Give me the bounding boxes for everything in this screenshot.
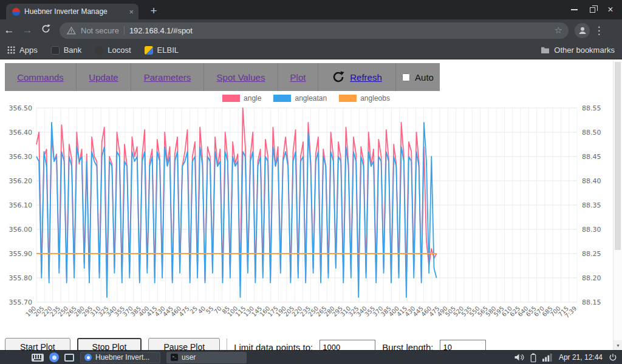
- nav-plot[interactable]: Plot: [278, 63, 318, 91]
- network-signal-icon[interactable]: [542, 353, 553, 362]
- nav-refresh[interactable]: Refresh: [318, 63, 396, 91]
- browser-launcher-icon[interactable]: [49, 352, 59, 362]
- bookmark-elbil[interactable]: ELBIL: [145, 46, 179, 55]
- power-icon[interactable]: [609, 353, 617, 362]
- browser-toolbar: ← → Not secure 192.168.4.1/#spot ☆: [0, 19, 622, 41]
- close-button[interactable]: ×: [601, 0, 620, 19]
- legend-label: angle: [244, 94, 261, 103]
- nav-parameters-link[interactable]: Parameters: [144, 72, 191, 83]
- nav-spot-values[interactable]: Spot Values: [204, 63, 278, 91]
- y-right-tick-label: 88.15: [582, 298, 601, 306]
- bookmark-label: ELBIL: [157, 46, 179, 55]
- not-secure-warning-icon: [67, 26, 76, 35]
- y-left-tick-label: 356.20: [9, 177, 33, 185]
- terminal-icon: >_: [171, 354, 178, 361]
- legend-item-angle[interactable]: angle: [222, 94, 261, 103]
- tab-close-icon[interactable]: ×: [129, 8, 134, 16]
- start-plot-button[interactable]: Start Plot: [5, 338, 70, 350]
- legend-item-angleobs[interactable]: angleobs: [339, 94, 390, 103]
- minimize-button[interactable]: [565, 0, 583, 19]
- spot-values-chart[interactable]: 1902052202352502652802953103253403553703…: [0, 104, 612, 335]
- nav-spot-values-link[interactable]: Spot Values: [217, 72, 265, 83]
- browser-menu-icon[interactable]: ⋮: [591, 24, 607, 37]
- legend-label: angleobs: [360, 94, 390, 103]
- profile-avatar[interactable]: [575, 23, 590, 38]
- nav-plot-link[interactable]: Plot: [290, 72, 306, 83]
- y-left-tick-label: 355.70: [9, 298, 33, 306]
- series-angleatan: [36, 123, 437, 297]
- taskbar-window-label: user: [182, 353, 196, 362]
- nav-commands-link[interactable]: Commands: [17, 72, 64, 83]
- bookmark-bank[interactable]: Bank: [51, 46, 82, 55]
- controls-divider: [227, 339, 227, 350]
- bookmark-star-icon[interactable]: ☆: [555, 25, 562, 36]
- battery-icon[interactable]: [530, 353, 536, 362]
- browser-tab[interactable]: Huebner Inverter Manage ×: [6, 4, 138, 19]
- y-right-tick-label: 88.35: [582, 201, 601, 209]
- bookmark-label: Bank: [64, 46, 82, 55]
- system-tray: Apr 21, 12:44: [514, 353, 617, 362]
- person-icon: [577, 25, 588, 36]
- chart-legend: angleangleatanangleobs: [0, 94, 612, 103]
- bookmark-locost[interactable]: Locost: [95, 46, 131, 55]
- restore-icon: [590, 7, 595, 13]
- y-right-tick-label: 88.50: [582, 129, 601, 136]
- bookmarks-bar: Apps Bank Locost ELBIL Other bookmarks: [0, 41, 622, 59]
- y-right-tick-label: 88.20: [582, 274, 601, 282]
- taskbar-launchers: [32, 352, 74, 362]
- nav-auto: Auto: [396, 63, 440, 91]
- y-left-tick-label: 356.30: [9, 153, 33, 161]
- minimize-icon: [571, 9, 578, 10]
- scrollbar-down-arrow[interactable]: ▼: [613, 340, 622, 350]
- other-bookmarks-label: Other bookmarks: [554, 46, 615, 55]
- refresh-icon[interactable]: [332, 70, 345, 84]
- plot-controls: Start Plot Stop Plot Pause Plot Limit da…: [5, 338, 486, 350]
- terminal-launcher-icon[interactable]: [64, 354, 74, 362]
- taskbar-clock[interactable]: Apr 21, 12:44: [559, 353, 603, 362]
- forward-button[interactable]: →: [18, 24, 36, 36]
- nav-commands[interactable]: Commands: [5, 63, 77, 91]
- y-left-tick-label: 356.50: [9, 104, 33, 112]
- taskbar-window-terminal[interactable]: >_ user: [166, 352, 247, 363]
- y-right-tick-label: 88.30: [582, 226, 601, 234]
- stop-plot-button[interactable]: Stop Plot: [77, 338, 142, 350]
- y-left-tick-label: 356.00: [9, 226, 33, 234]
- reload-button[interactable]: [36, 24, 55, 37]
- volume-icon[interactable]: [514, 353, 524, 362]
- back-button[interactable]: ←: [0, 24, 18, 36]
- legend-item-angleatan[interactable]: angleatan: [273, 94, 327, 103]
- nav-update-link[interactable]: Update: [89, 72, 118, 83]
- refresh-link[interactable]: Refresh: [350, 72, 382, 83]
- window-controls: ×: [565, 0, 620, 19]
- elbil-bookmark-icon: [145, 46, 153, 55]
- nav-parameters[interactable]: Parameters: [131, 63, 204, 91]
- page-scrollbar[interactable]: ▼: [613, 59, 622, 350]
- auto-checkbox[interactable]: [402, 73, 410, 81]
- tab-title: Huebner Inverter Manage: [24, 7, 125, 16]
- new-tab-button[interactable]: +: [146, 3, 162, 19]
- bank-bookmark-icon: [51, 46, 60, 55]
- tab-favicon-icon: [12, 8, 20, 16]
- legend-label: angleatan: [295, 94, 327, 103]
- locost-bookmark-icon: [95, 46, 103, 55]
- apps-button[interactable]: Apps: [7, 46, 38, 55]
- scrollbar-thumb[interactable]: [615, 62, 621, 250]
- other-bookmarks-button[interactable]: Other bookmarks: [541, 46, 615, 55]
- address-bar[interactable]: Not secure 192.168.4.1/#spot ☆: [60, 22, 569, 39]
- taskbar-window-browser[interactable]: Huebner Invert...: [80, 352, 160, 363]
- y-right-tick-label: 88.40: [582, 177, 601, 185]
- legend-swatch: [222, 95, 240, 102]
- security-label: Not secure: [81, 26, 119, 35]
- apps-grid-icon: [7, 46, 15, 54]
- omnibox-divider: [124, 26, 125, 35]
- limit-input[interactable]: [320, 340, 375, 350]
- burst-input[interactable]: [440, 340, 486, 350]
- taskbar-window-label: Huebner Invert...: [95, 353, 149, 362]
- nav-update[interactable]: Update: [77, 63, 131, 91]
- pause-plot-button[interactable]: Pause Plot: [148, 338, 220, 350]
- page-navbar: Commands Update Parameters Spot Values P…: [5, 63, 440, 91]
- chromium-icon: [84, 354, 92, 361]
- restore-button[interactable]: [583, 0, 601, 19]
- burst-label: Burst length:: [382, 342, 433, 351]
- keyboard-icon[interactable]: [32, 354, 44, 362]
